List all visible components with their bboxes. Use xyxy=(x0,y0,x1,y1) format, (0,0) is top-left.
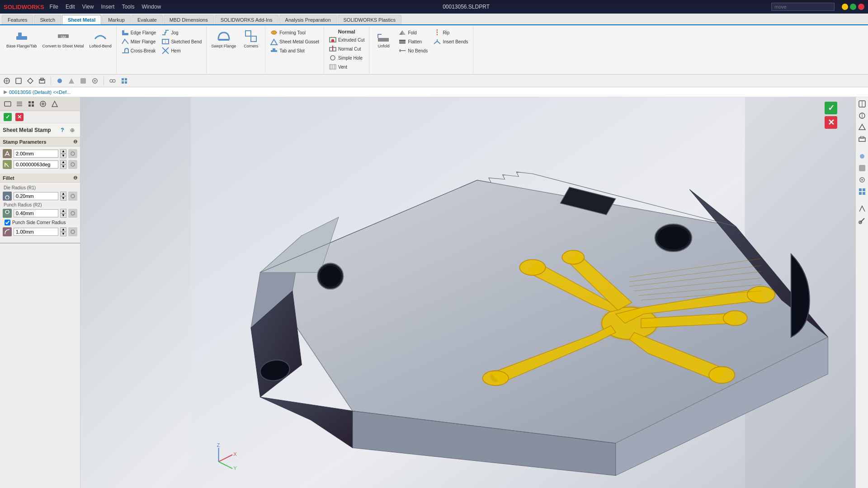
feature-title: Sheet Metal Stamp xyxy=(3,127,57,133)
corner-radius-label[interactable]: Punch Side Corner Radius xyxy=(12,220,66,225)
punch-radius-input[interactable] xyxy=(14,209,58,217)
depth-up-button[interactable]: ▲ xyxy=(60,149,66,154)
ok-button[interactable]: ✓ xyxy=(4,113,12,121)
cancel-button[interactable]: ✕ xyxy=(15,113,24,121)
svg-point-122 xyxy=(861,179,863,181)
view-btn-4[interactable] xyxy=(37,76,47,86)
title-right xyxy=(771,3,864,11)
tab-sketch[interactable]: Sketch xyxy=(34,15,61,24)
menu-window[interactable]: Window xyxy=(142,4,161,10)
expand-icon[interactable]: ⊕ xyxy=(67,125,77,135)
die-radius-down-button[interactable]: ▼ xyxy=(60,196,66,201)
tab-analysis-preparation[interactable]: Analysis Preparation xyxy=(279,15,337,24)
panel-icon-3[interactable] xyxy=(26,99,36,109)
right-icon-10[interactable] xyxy=(857,216,867,225)
cross-break-button[interactable]: Hem xyxy=(160,46,203,55)
menu-tools[interactable]: Tools xyxy=(122,4,134,10)
corner-radius-down-button[interactable]: ▼ xyxy=(60,232,66,236)
right-icon-3[interactable] xyxy=(857,122,867,132)
tab-solidworks-plastics[interactable]: SOLIDWORKS Plastics xyxy=(338,15,402,24)
view-btn-5[interactable] xyxy=(55,76,65,86)
fold-button[interactable]: Fold xyxy=(396,28,429,37)
tab-features[interactable]: Features xyxy=(2,15,33,24)
insert-bends-button[interactable]: Insert Bends xyxy=(431,37,470,46)
menu-view[interactable]: View xyxy=(82,4,94,10)
view-btn-6[interactable] xyxy=(66,76,76,86)
tab-solidworks-addins[interactable]: SOLIDWORKS Add-Ins xyxy=(215,15,278,24)
breadcrumb-item[interactable]: 00013056 (Default) <<Def... xyxy=(9,89,71,95)
corner-radius-checkbox[interactable] xyxy=(5,220,10,225)
tab-mbd-dimensions[interactable]: MBD Dimensions xyxy=(164,15,214,24)
view-btn-2[interactable] xyxy=(14,76,24,86)
depth-input[interactable] xyxy=(14,150,58,158)
search-input[interactable] xyxy=(771,3,835,11)
right-icon-4[interactable] xyxy=(857,134,867,144)
view-btn-1[interactable] xyxy=(2,76,12,86)
tab-evaluate[interactable]: Evaluate xyxy=(132,15,163,24)
view-btn-9[interactable] xyxy=(108,76,118,86)
right-icon-6[interactable] xyxy=(857,163,867,173)
sheet-metal-gusset-button[interactable]: Sheet Metal Gusset xyxy=(268,37,321,46)
angle-up-button[interactable]: ▲ xyxy=(60,160,66,164)
swept-flange-button[interactable]: Swept Flange xyxy=(209,28,238,50)
help-icon[interactable]: ? xyxy=(57,125,67,135)
corner-radius-up-button[interactable]: ▲ xyxy=(60,227,66,232)
rip-button[interactable]: Rip xyxy=(431,28,470,37)
depth-down-button[interactable]: ▼ xyxy=(60,154,66,158)
menu-edit[interactable]: Edit xyxy=(66,4,75,10)
minimize-button[interactable] xyxy=(842,4,848,10)
jog-button[interactable]: Jog xyxy=(160,28,203,37)
close-button[interactable] xyxy=(858,4,864,10)
convert-sheet-metal-button[interactable]: SM Convert to Sheet Metal xyxy=(41,28,86,50)
simple-hole-button[interactable]: Simple Hole xyxy=(327,53,366,62)
corner-radius-input[interactable] xyxy=(14,228,58,236)
panel-icon-2[interactable] xyxy=(14,99,24,109)
sketched-bend-button[interactable]: Sketched Bend xyxy=(160,37,203,46)
punch-radius-up-button[interactable]: ▲ xyxy=(60,209,66,213)
right-icon-7[interactable] xyxy=(857,175,867,185)
panel-resize-handle[interactable] xyxy=(0,243,80,488)
panel-icon-1[interactable] xyxy=(3,99,13,109)
miter-flange-button[interactable]: Miter Flange xyxy=(119,37,158,46)
view-btn-7[interactable] xyxy=(78,76,88,86)
angle-input[interactable] xyxy=(14,160,58,169)
stamp-parameters-header[interactable]: Stamp Parameters ⊖ xyxy=(0,137,80,146)
right-icon-9[interactable] xyxy=(857,204,867,214)
right-icon-5[interactable] xyxy=(857,151,867,161)
angle-down-button[interactable]: ▼ xyxy=(60,164,66,169)
view-btn-8[interactable] xyxy=(90,76,100,86)
no-bends-button[interactable]: No Bends xyxy=(396,46,429,55)
right-icon-1[interactable] xyxy=(857,99,867,109)
viewport-cancel-button[interactable]: ✕ xyxy=(825,116,837,129)
base-flange-button[interactable]: Base Flange/Tab xyxy=(5,28,39,50)
corners-button[interactable]: Corners xyxy=(240,28,262,50)
right-icon-2[interactable] xyxy=(857,111,867,121)
normal-cut-button[interactable]: Normal Cut xyxy=(327,44,366,53)
menu-insert[interactable]: Insert xyxy=(101,4,114,10)
forming-tool-button[interactable]: Forming Tool xyxy=(268,28,321,37)
die-radius-up-button[interactable]: ▲ xyxy=(60,192,66,196)
view-btn-10[interactable] xyxy=(119,76,129,86)
tab-and-slot-button[interactable]: Tab and Slot xyxy=(268,46,321,55)
view-btn-3[interactable] xyxy=(25,76,35,86)
right-icon-8[interactable] xyxy=(857,187,867,197)
maximize-button[interactable] xyxy=(850,4,856,10)
flatten-button[interactable]: Flatten xyxy=(396,37,429,46)
tab-sheet-metal[interactable]: Sheet Metal xyxy=(62,15,101,24)
tab-markup[interactable]: Markup xyxy=(102,15,131,24)
punch-radius-down-button[interactable]: ▼ xyxy=(60,213,66,218)
panel-icon-5[interactable] xyxy=(50,99,60,109)
extruded-cut-button[interactable]: Extruded Cut xyxy=(327,35,366,44)
die-radius-input[interactable] xyxy=(14,192,58,200)
viewport[interactable]: X Y Z ✓ ✕ xyxy=(80,97,855,488)
unfold-button[interactable]: Unfold xyxy=(372,28,395,55)
panel-icon-4[interactable] xyxy=(38,99,48,109)
svg-text:Y: Y xyxy=(233,465,237,471)
edge-flange-button[interactable]: Edge Flange xyxy=(119,28,158,37)
viewport-ok-button[interactable]: ✓ xyxy=(825,102,837,114)
vent-button[interactable]: Vent xyxy=(327,62,366,71)
lofted-bend-button[interactable]: Lofted-Bend xyxy=(88,28,113,50)
hem-button[interactable]: Cross-Break xyxy=(119,46,158,55)
fillet-header[interactable]: Fillet ⊖ xyxy=(0,174,80,183)
menu-file[interactable]: File xyxy=(50,4,58,10)
